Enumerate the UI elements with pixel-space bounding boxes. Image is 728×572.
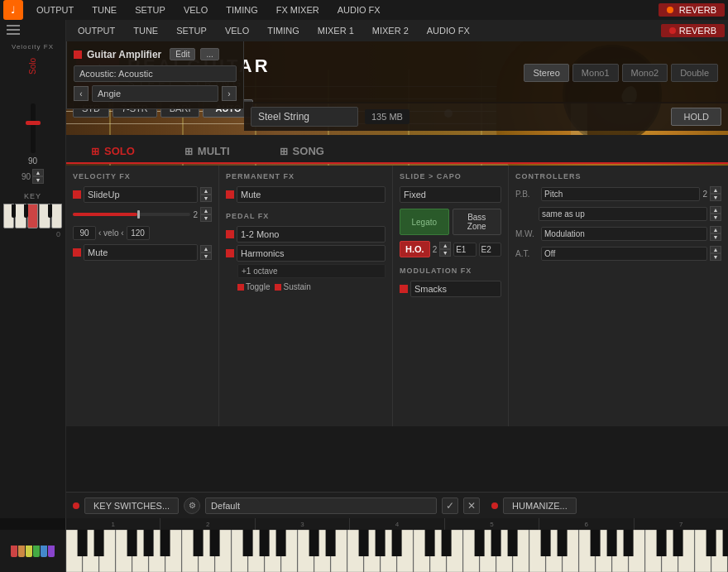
harmonics-select[interactable]: Harmonics — [237, 245, 386, 262]
pb-type-select[interactable]: Pitch — [541, 187, 700, 201]
bot-step-down[interactable]: ▼ — [200, 252, 212, 260]
bot-effect-stepper[interactable]: ▲ ▼ — [200, 245, 212, 260]
same-step-down[interactable]: ▼ — [710, 214, 721, 221]
amp-song-select[interactable]: Angie — [92, 85, 218, 102]
mod-effect-select[interactable]: Smacks — [410, 281, 501, 297]
ks-settings-icon[interactable]: ⚙ — [184, 497, 200, 514]
hold-btn[interactable]: HOLD — [671, 108, 721, 126]
amp-preset-select[interactable]: Acoustic: Acoustic — [74, 65, 237, 82]
menu2-setup[interactable]: SETUP — [168, 24, 215, 37]
menu-tune[interactable]: TUNE — [84, 3, 125, 17]
menu2-tune[interactable]: TUNE — [125, 24, 166, 37]
ho-stepper[interactable]: ▲ ▼ — [439, 242, 451, 257]
ks-check-icon[interactable]: ✓ — [442, 497, 458, 514]
legato-btn[interactable]: Legato — [400, 209, 449, 235]
at-step-down[interactable]: ▼ — [710, 253, 721, 261]
amp-next-btn[interactable]: › — [222, 86, 237, 101]
slider-value: 90 — [3, 156, 62, 166]
svg-rect-45 — [194, 530, 204, 556]
bass-zone-btn[interactable]: Bass Zone — [453, 209, 502, 235]
same-as-select[interactable]: same as up — [539, 207, 707, 221]
humanize-btn[interactable]: HUMANIZE... — [503, 497, 577, 514]
step-down[interactable]: ▼ — [32, 176, 44, 184]
mono1-btn[interactable]: Mono1 — [572, 64, 619, 82]
bot-step-up[interactable]: ▲ — [200, 245, 212, 252]
ho-e1-select[interactable]: E1 — [453, 243, 476, 257]
permanent-fx-col: PERMANENT FX Mute PEDAL FX 1-2 Mono Harm… — [219, 166, 393, 426]
ks-red-dot — [73, 502, 79, 509]
ho-step-up[interactable]: ▲ — [439, 242, 451, 249]
ho-btn[interactable]: H.O. — [400, 241, 430, 257]
pedal-select1[interactable]: 1-2 Mono — [237, 226, 386, 243]
same-step-up[interactable]: ▲ — [710, 206, 721, 214]
guitar-type-select[interactable]: Steel String — [251, 107, 358, 127]
menu2-timing[interactable]: TIMING — [259, 24, 308, 37]
menu2-output[interactable]: OUTPUT — [69, 24, 123, 37]
slideup-step-down[interactable]: ▼ — [200, 195, 212, 202]
pb-label: P.B. — [515, 190, 539, 199]
vel-slider-track[interactable] — [73, 213, 190, 216]
slideup-row: SlideUp ▲ ▼ — [73, 186, 212, 203]
same-as-stepper[interactable]: ▲ ▼ — [710, 206, 721, 221]
amp-edit-btn[interactable]: Edit — [170, 48, 195, 60]
perm-mute-select[interactable]: Mute — [237, 186, 386, 203]
color-key-6 — [48, 546, 55, 557]
pb-step-down[interactable]: ▼ — [710, 194, 721, 201]
slide-capo-mode-select[interactable]: Fixed — [400, 186, 501, 203]
tab-multi[interactable]: ⊞ MULTI — [160, 140, 255, 162]
stereo-btn[interactable]: Stereo — [524, 64, 568, 82]
menu2-mixer1[interactable]: MIXER 1 — [309, 24, 362, 37]
bot-effect-select[interactable]: Mute — [84, 244, 198, 261]
pb-stepper[interactable]: ▲ ▼ — [710, 186, 721, 201]
slideup-select[interactable]: SlideUp — [84, 186, 198, 203]
amount-up[interactable]: ▲ — [200, 207, 212, 214]
top-reverb-btn[interactable]: REVERB — [659, 3, 725, 17]
menu2-mixer2[interactable]: MIXER 2 — [364, 24, 417, 37]
amp-dots-btn[interactable]: ... — [200, 48, 218, 60]
solo-label: Solo — [28, 54, 37, 79]
menu-icon[interactable] — [0, 20, 65, 40]
key-switches-btn[interactable]: KEY SWITCHES... — [84, 497, 179, 514]
amount-down[interactable]: ▼ — [200, 214, 212, 222]
menu-audio-fx[interactable]: AUDIO FX — [329, 3, 389, 17]
menu-fx-mixer[interactable]: FX MIXER — [268, 3, 328, 17]
ks-close-icon[interactable]: ✕ — [463, 497, 480, 514]
slider-stepper[interactable]: ▲ ▼ — [32, 169, 44, 184]
ho-e2-select[interactable]: E2 — [479, 243, 501, 257]
menu-timing[interactable]: TIMING — [218, 3, 266, 17]
slideup-step-up[interactable]: ▲ — [200, 187, 212, 195]
svg-rect-48 — [260, 530, 270, 556]
vel-slider-thumb[interactable] — [137, 210, 140, 219]
tab-song[interactable]: ⊞ SONG — [255, 140, 349, 162]
amount-stepper[interactable]: ▲ ▼ — [200, 207, 212, 222]
mw-step-down[interactable]: ▼ — [710, 233, 721, 241]
velo-min-input[interactable] — [73, 226, 96, 240]
mini-piano — [3, 204, 62, 228]
step-up[interactable]: ▲ — [32, 169, 44, 176]
at-step-up[interactable]: ▲ — [710, 246, 721, 253]
at-stepper[interactable]: ▲ ▼ — [710, 246, 721, 261]
hum-red-dot — [491, 502, 498, 509]
tab-solo[interactable]: ⊞ SOLO — [66, 140, 160, 164]
vert-slider[interactable] — [31, 103, 36, 153]
slideup-stepper[interactable]: ▲ ▼ — [200, 187, 212, 202]
menu-velo[interactable]: VELO — [175, 3, 216, 17]
double-btn[interactable]: Double — [671, 64, 718, 82]
octave-select[interactable]: +1 octave — [237, 264, 386, 278]
mono2-btn[interactable]: Mono2 — [622, 64, 668, 82]
amp-prev-btn[interactable]: ‹ — [74, 86, 89, 101]
ks-preset-select[interactable]: Default — [205, 497, 437, 514]
slider-handle[interactable] — [26, 121, 41, 125]
ho-step-down[interactable]: ▼ — [439, 249, 451, 257]
velo-max-input[interactable] — [127, 226, 150, 240]
mw-type-select[interactable]: Modulation — [541, 227, 707, 241]
menu-setup[interactable]: SETUP — [127, 3, 174, 17]
menu-output[interactable]: OUTPUT — [28, 3, 82, 17]
menu2-reverb-btn[interactable]: REVERB — [661, 24, 725, 37]
mw-step-up[interactable]: ▲ — [710, 226, 721, 233]
pb-step-up[interactable]: ▲ — [710, 186, 721, 194]
menu2-audio-fx[interactable]: AUDIO FX — [419, 24, 478, 37]
menu2-velo[interactable]: VELO — [217, 24, 257, 37]
at-type-select[interactable]: Off — [541, 247, 707, 261]
mw-stepper[interactable]: ▲ ▼ — [710, 226, 721, 241]
